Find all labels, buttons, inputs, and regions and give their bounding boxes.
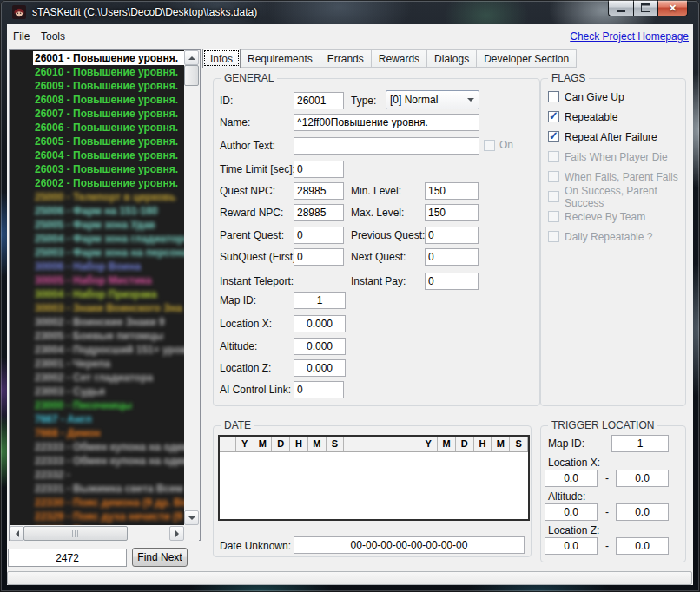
task-list-item[interactable]: 25003 - Фарм зона на персонаж <box>10 246 184 260</box>
task-list-item[interactable]: 23002 - Сет гладиатора <box>10 371 184 385</box>
trigger-altitude-max-field[interactable] <box>616 503 669 521</box>
flag-label: Can Give Up <box>565 91 624 103</box>
task-list-item[interactable]: 25005 - Фарм зона Удав <box>10 218 184 232</box>
homepage-link[interactable]: Check Project Homepage <box>570 30 689 43</box>
scroll-left-button[interactable] <box>10 526 24 541</box>
max-level-label: Max. Level: <box>351 207 404 219</box>
scroll-down-button[interactable] <box>184 510 199 525</box>
task-list-item[interactable]: 30002 - Воинские Знаки 9 <box>10 315 184 329</box>
task-list-item[interactable]: 23000 - Песочницы <box>10 398 184 412</box>
task-list-item[interactable]: 25000 - Телепорт в церковь <box>10 190 184 204</box>
task-list-item[interactable]: 7668 - Демон <box>10 426 184 440</box>
altitude-field[interactable] <box>294 338 346 355</box>
min-level-field[interactable] <box>425 182 479 200</box>
task-list-item[interactable]: 26007 - Повышение уровня. <box>10 107 184 121</box>
trigger-x-min-field[interactable] <box>545 470 598 487</box>
tab[interactable]: Errands <box>320 49 372 68</box>
menu-file[interactable]: File <box>13 30 30 43</box>
flag-checkbox[interactable]: ✓ Fails When Player Die <box>548 151 685 162</box>
trigger-altitude-min-field[interactable] <box>545 503 598 521</box>
task-list-item[interactable]: 26004 - Повышение уровня. <box>10 148 184 162</box>
task-list-item[interactable]: 25004 - Фарм зона гладиаторов <box>10 232 184 246</box>
task-list-item[interactable]: 30003 - Знаки Воинского Зна <box>10 301 184 315</box>
horizontal-scroll-thumb[interactable] <box>23 526 128 541</box>
find-input[interactable] <box>8 549 127 567</box>
type-dropdown[interactable]: [0] Normal <box>386 90 479 109</box>
flag-checkbox[interactable]: ✓ Daily Repeatable ? <box>548 231 685 242</box>
subquest-field[interactable] <box>294 248 344 266</box>
tab[interactable]: Infos <box>202 49 241 68</box>
scroll-up-button[interactable] <box>184 50 199 65</box>
vertical-scroll-thumb[interactable] <box>184 65 199 86</box>
name-field[interactable] <box>294 114 479 131</box>
flag-checkbox[interactable]: ✓ Repeat After Failure <box>548 131 685 142</box>
task-list-item[interactable]: 26005 - Повышение уровня. <box>10 135 184 148</box>
task-list-item[interactable]: 30006 - Набор Воина <box>10 260 184 273</box>
task-list-item[interactable]: 26006 - Повышение уровня. <box>10 121 184 135</box>
trigger-z-min-field[interactable] <box>545 537 598 555</box>
task-list-item[interactable]: 22330 - Пояс демона (9 др. Во <box>10 496 184 510</box>
instant-pay-field[interactable] <box>425 273 479 290</box>
close-button[interactable]: ✕ <box>658 0 688 16</box>
task-list-item[interactable]: 30005 - Набор Мистика <box>10 273 184 287</box>
trigger-map-id-field[interactable] <box>611 435 669 452</box>
trigger-z-max-field[interactable] <box>616 537 669 555</box>
vertical-scrollbar[interactable] <box>184 50 199 525</box>
task-list-item[interactable]: 23003 - Судья <box>10 385 184 398</box>
task-list-item[interactable]: 26002 - Повышение уровня. <box>10 176 184 190</box>
task-list-item[interactable]: 22329 - Пояс духа нечисти (9 <box>10 510 184 523</box>
task-list-item[interactable]: 26010 - Повышение уровня. <box>10 65 184 79</box>
flag-checkbox[interactable]: ✓ Can Give Up <box>548 91 685 102</box>
flag-checkbox[interactable]: ✓ When Fails, Parent Fails <box>548 171 685 182</box>
ai-control-link-field[interactable] <box>294 381 344 398</box>
task-list-item[interactable]: 26003 - Повышение уровня. <box>10 162 184 176</box>
quest-npc-field[interactable] <box>294 182 344 200</box>
trigger-x-max-field[interactable] <box>616 470 669 487</box>
flag-checkbox[interactable]: ✓ Repeatable <box>548 111 685 122</box>
horizontal-scrollbar[interactable] <box>10 526 184 541</box>
task-list-item[interactable]: 22331 - Выжимка света Всем <box>10 482 184 496</box>
task-list-item[interactable]: 23005 - Боевые питомцы <box>10 329 184 343</box>
next-quest-field[interactable] <box>425 248 479 266</box>
max-level-field[interactable] <box>425 204 479 221</box>
task-list-item[interactable]: 22328 - Пояс <box>10 523 184 525</box>
map-id-field[interactable] <box>294 292 346 309</box>
parent-quest-field[interactable] <box>294 227 344 244</box>
task-list-item[interactable]: 23004 - Подросший 151+ уровень <box>10 343 184 357</box>
location-x-field[interactable] <box>294 315 346 332</box>
id-field[interactable] <box>294 92 344 109</box>
task-list-item[interactable]: 7667 - Англ <box>10 412 184 426</box>
task-list-item[interactable]: 30004 - Набор Призрака <box>10 287 184 301</box>
time-limit-field[interactable] <box>294 161 344 178</box>
tab[interactable]: Rewards <box>371 49 427 68</box>
restore-button[interactable] <box>633 0 658 16</box>
tab[interactable]: Dialogs <box>426 49 477 68</box>
find-next-button[interactable]: Find Next <box>132 548 188 567</box>
reward-npc-field[interactable] <box>294 204 344 221</box>
task-list-item[interactable]: 25006 - Фарм на 151-160 <box>10 204 184 218</box>
chevron-down-icon <box>467 98 474 102</box>
author-text-field[interactable] <box>294 137 479 155</box>
task-list[interactable]: 26001 - Повышение уровня.26010 - Повышен… <box>10 50 184 525</box>
task-list-item[interactable]: 22333 - Обмен купона на одежду <box>10 454 184 468</box>
task-list-item[interactable]: 22332 - <box>10 468 184 482</box>
scroll-right-button[interactable] <box>169 526 184 541</box>
task-list-item[interactable]: 26009 - Повышение уровня. <box>10 79 184 93</box>
date-unknown-field[interactable] <box>294 536 525 554</box>
flag-checkbox[interactable]: ✓ On Success, Parent Success <box>548 191 685 202</box>
minimize-button[interactable] <box>608 0 633 16</box>
task-list-item[interactable]: 26001 - Повышение уровня. <box>10 51 184 65</box>
flag-label: Repeatable <box>565 111 617 123</box>
menu-tools[interactable]: Tools <box>41 30 65 43</box>
location-z-field[interactable] <box>294 359 346 377</box>
task-list-item[interactable]: 23001 - Черепа <box>10 357 184 371</box>
flag-checkbox[interactable]: ✓ Recieve By Team <box>548 211 685 222</box>
date-unknown-label: Date Unknown: <box>220 540 291 552</box>
trigger-map-id-label: Map ID: <box>548 437 584 450</box>
tab[interactable]: Developer Section <box>476 49 577 68</box>
previous-quest-field[interactable] <box>425 227 479 244</box>
task-list-item[interactable]: 26008 - Повышение уровня. <box>10 93 184 107</box>
date-table[interactable]: YMDHMSYMDHMS <box>218 435 530 521</box>
task-list-item[interactable]: 22333 - Обмен купона на одежду <box>10 440 184 454</box>
tab[interactable]: Requirements <box>240 49 320 68</box>
